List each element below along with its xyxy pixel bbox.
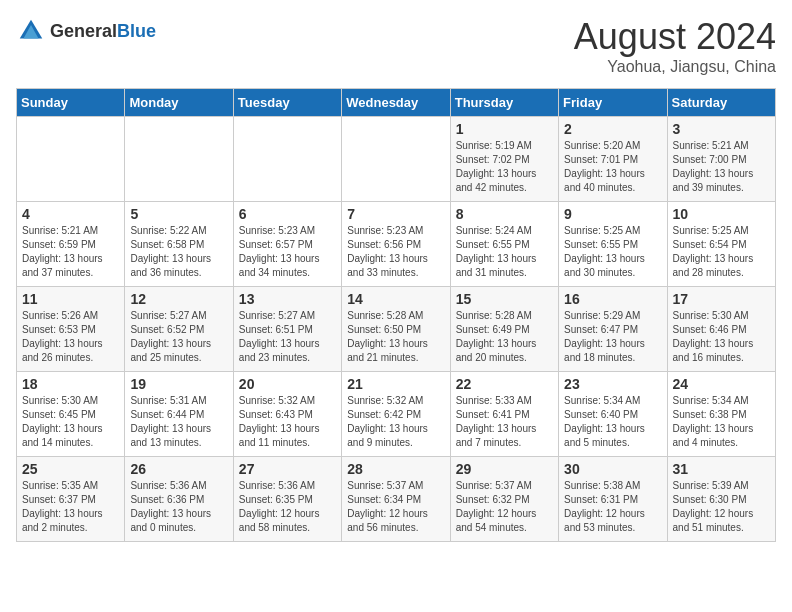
- day-number: 19: [130, 376, 227, 392]
- day-info: Sunrise: 5:22 AMSunset: 6:58 PMDaylight:…: [130, 224, 227, 280]
- header-thursday: Thursday: [450, 89, 558, 117]
- day-number: 20: [239, 376, 336, 392]
- logo-blue: Blue: [117, 21, 156, 41]
- calendar-table: Sunday Monday Tuesday Wednesday Thursday…: [16, 88, 776, 542]
- table-row: 6Sunrise: 5:23 AMSunset: 6:57 PMDaylight…: [233, 202, 341, 287]
- logo-icon: [16, 16, 46, 46]
- day-info: Sunrise: 5:38 AMSunset: 6:31 PMDaylight:…: [564, 479, 661, 535]
- day-number: 9: [564, 206, 661, 222]
- table-row: [233, 117, 341, 202]
- day-info: Sunrise: 5:21 AMSunset: 7:00 PMDaylight:…: [673, 139, 770, 195]
- page-header: GeneralBlue August 2024 Yaohua, Jiangsu,…: [16, 16, 776, 76]
- logo: GeneralBlue: [16, 16, 156, 46]
- table-row: 13Sunrise: 5:27 AMSunset: 6:51 PMDayligh…: [233, 287, 341, 372]
- day-info: Sunrise: 5:25 AMSunset: 6:55 PMDaylight:…: [564, 224, 661, 280]
- table-row: 15Sunrise: 5:28 AMSunset: 6:49 PMDayligh…: [450, 287, 558, 372]
- calendar-week-row: 18Sunrise: 5:30 AMSunset: 6:45 PMDayligh…: [17, 372, 776, 457]
- day-number: 26: [130, 461, 227, 477]
- table-row: [125, 117, 233, 202]
- day-info: Sunrise: 5:33 AMSunset: 6:41 PMDaylight:…: [456, 394, 553, 450]
- day-number: 14: [347, 291, 444, 307]
- day-info: Sunrise: 5:23 AMSunset: 6:56 PMDaylight:…: [347, 224, 444, 280]
- day-info: Sunrise: 5:32 AMSunset: 6:43 PMDaylight:…: [239, 394, 336, 450]
- table-row: 19Sunrise: 5:31 AMSunset: 6:44 PMDayligh…: [125, 372, 233, 457]
- day-number: 30: [564, 461, 661, 477]
- table-row: 9Sunrise: 5:25 AMSunset: 6:55 PMDaylight…: [559, 202, 667, 287]
- day-info: Sunrise: 5:26 AMSunset: 6:53 PMDaylight:…: [22, 309, 119, 365]
- table-row: 28Sunrise: 5:37 AMSunset: 6:34 PMDayligh…: [342, 457, 450, 542]
- calendar-title: August 2024: [574, 16, 776, 58]
- table-row: 21Sunrise: 5:32 AMSunset: 6:42 PMDayligh…: [342, 372, 450, 457]
- header-wednesday: Wednesday: [342, 89, 450, 117]
- day-number: 16: [564, 291, 661, 307]
- day-number: 24: [673, 376, 770, 392]
- day-number: 27: [239, 461, 336, 477]
- day-number: 4: [22, 206, 119, 222]
- calendar-week-row: 11Sunrise: 5:26 AMSunset: 6:53 PMDayligh…: [17, 287, 776, 372]
- day-number: 18: [22, 376, 119, 392]
- day-info: Sunrise: 5:21 AMSunset: 6:59 PMDaylight:…: [22, 224, 119, 280]
- table-row: 30Sunrise: 5:38 AMSunset: 6:31 PMDayligh…: [559, 457, 667, 542]
- table-row: 25Sunrise: 5:35 AMSunset: 6:37 PMDayligh…: [17, 457, 125, 542]
- table-row: 3Sunrise: 5:21 AMSunset: 7:00 PMDaylight…: [667, 117, 775, 202]
- day-number: 11: [22, 291, 119, 307]
- day-info: Sunrise: 5:25 AMSunset: 6:54 PMDaylight:…: [673, 224, 770, 280]
- table-row: 24Sunrise: 5:34 AMSunset: 6:38 PMDayligh…: [667, 372, 775, 457]
- header-tuesday: Tuesday: [233, 89, 341, 117]
- table-row: [17, 117, 125, 202]
- table-row: [342, 117, 450, 202]
- table-row: 7Sunrise: 5:23 AMSunset: 6:56 PMDaylight…: [342, 202, 450, 287]
- table-row: 29Sunrise: 5:37 AMSunset: 6:32 PMDayligh…: [450, 457, 558, 542]
- day-info: Sunrise: 5:37 AMSunset: 6:34 PMDaylight:…: [347, 479, 444, 535]
- logo-general: General: [50, 21, 117, 41]
- day-number: 3: [673, 121, 770, 137]
- table-row: 18Sunrise: 5:30 AMSunset: 6:45 PMDayligh…: [17, 372, 125, 457]
- day-number: 31: [673, 461, 770, 477]
- header-saturday: Saturday: [667, 89, 775, 117]
- day-info: Sunrise: 5:27 AMSunset: 6:52 PMDaylight:…: [130, 309, 227, 365]
- calendar-week-row: 4Sunrise: 5:21 AMSunset: 6:59 PMDaylight…: [17, 202, 776, 287]
- table-row: 20Sunrise: 5:32 AMSunset: 6:43 PMDayligh…: [233, 372, 341, 457]
- day-number: 12: [130, 291, 227, 307]
- day-number: 13: [239, 291, 336, 307]
- table-row: 4Sunrise: 5:21 AMSunset: 6:59 PMDaylight…: [17, 202, 125, 287]
- day-info: Sunrise: 5:28 AMSunset: 6:50 PMDaylight:…: [347, 309, 444, 365]
- day-info: Sunrise: 5:23 AMSunset: 6:57 PMDaylight:…: [239, 224, 336, 280]
- day-number: 8: [456, 206, 553, 222]
- day-number: 7: [347, 206, 444, 222]
- header-sunday: Sunday: [17, 89, 125, 117]
- day-info: Sunrise: 5:28 AMSunset: 6:49 PMDaylight:…: [456, 309, 553, 365]
- table-row: 23Sunrise: 5:34 AMSunset: 6:40 PMDayligh…: [559, 372, 667, 457]
- day-number: 2: [564, 121, 661, 137]
- table-row: 10Sunrise: 5:25 AMSunset: 6:54 PMDayligh…: [667, 202, 775, 287]
- table-row: 1Sunrise: 5:19 AMSunset: 7:02 PMDaylight…: [450, 117, 558, 202]
- table-row: 11Sunrise: 5:26 AMSunset: 6:53 PMDayligh…: [17, 287, 125, 372]
- day-number: 17: [673, 291, 770, 307]
- day-info: Sunrise: 5:30 AMSunset: 6:46 PMDaylight:…: [673, 309, 770, 365]
- table-row: 8Sunrise: 5:24 AMSunset: 6:55 PMDaylight…: [450, 202, 558, 287]
- day-number: 28: [347, 461, 444, 477]
- day-number: 10: [673, 206, 770, 222]
- table-row: 17Sunrise: 5:30 AMSunset: 6:46 PMDayligh…: [667, 287, 775, 372]
- day-number: 25: [22, 461, 119, 477]
- day-info: Sunrise: 5:37 AMSunset: 6:32 PMDaylight:…: [456, 479, 553, 535]
- day-info: Sunrise: 5:24 AMSunset: 6:55 PMDaylight:…: [456, 224, 553, 280]
- table-row: 22Sunrise: 5:33 AMSunset: 6:41 PMDayligh…: [450, 372, 558, 457]
- header-friday: Friday: [559, 89, 667, 117]
- day-info: Sunrise: 5:35 AMSunset: 6:37 PMDaylight:…: [22, 479, 119, 535]
- day-info: Sunrise: 5:19 AMSunset: 7:02 PMDaylight:…: [456, 139, 553, 195]
- day-number: 22: [456, 376, 553, 392]
- table-row: 27Sunrise: 5:36 AMSunset: 6:35 PMDayligh…: [233, 457, 341, 542]
- table-row: 16Sunrise: 5:29 AMSunset: 6:47 PMDayligh…: [559, 287, 667, 372]
- day-info: Sunrise: 5:32 AMSunset: 6:42 PMDaylight:…: [347, 394, 444, 450]
- calendar-week-row: 25Sunrise: 5:35 AMSunset: 6:37 PMDayligh…: [17, 457, 776, 542]
- title-block: August 2024 Yaohua, Jiangsu, China: [574, 16, 776, 76]
- day-number: 29: [456, 461, 553, 477]
- day-info: Sunrise: 5:36 AMSunset: 6:36 PMDaylight:…: [130, 479, 227, 535]
- calendar-header-row: Sunday Monday Tuesday Wednesday Thursday…: [17, 89, 776, 117]
- day-info: Sunrise: 5:34 AMSunset: 6:38 PMDaylight:…: [673, 394, 770, 450]
- day-info: Sunrise: 5:39 AMSunset: 6:30 PMDaylight:…: [673, 479, 770, 535]
- day-number: 23: [564, 376, 661, 392]
- calendar-subtitle: Yaohua, Jiangsu, China: [574, 58, 776, 76]
- day-info: Sunrise: 5:29 AMSunset: 6:47 PMDaylight:…: [564, 309, 661, 365]
